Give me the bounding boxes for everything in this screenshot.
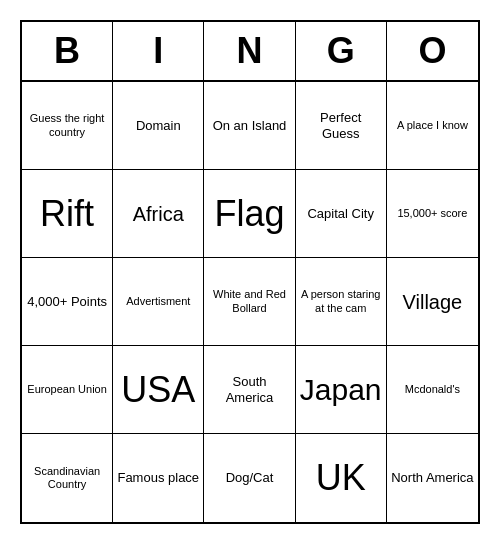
bingo-cell-14: Village	[387, 258, 478, 346]
bingo-cell-17: South America	[204, 346, 295, 434]
header-letter: I	[113, 22, 204, 80]
bingo-cell-16: USA	[113, 346, 204, 434]
bingo-cell-10: 4,000+ Points	[22, 258, 113, 346]
bingo-cell-21: Famous place	[113, 434, 204, 522]
bingo-header: BINGO	[22, 22, 478, 82]
header-letter: G	[296, 22, 387, 80]
bingo-cell-7: Flag	[204, 170, 295, 258]
bingo-grid: Guess the right countryDomainOn an Islan…	[22, 82, 478, 522]
bingo-cell-3: Perfect Guess	[296, 82, 387, 170]
bingo-cell-15: European Union	[22, 346, 113, 434]
bingo-cell-5: Rift	[22, 170, 113, 258]
bingo-card: BINGO Guess the right countryDomainOn an…	[20, 20, 480, 524]
bingo-cell-4: A place I know	[387, 82, 478, 170]
bingo-cell-24: North America	[387, 434, 478, 522]
header-letter: N	[204, 22, 295, 80]
bingo-cell-13: A person staring at the cam	[296, 258, 387, 346]
bingo-cell-18: Japan	[296, 346, 387, 434]
bingo-cell-2: On an Island	[204, 82, 295, 170]
bingo-cell-0: Guess the right country	[22, 82, 113, 170]
bingo-cell-9: 15,000+ score	[387, 170, 478, 258]
bingo-cell-8: Capital City	[296, 170, 387, 258]
bingo-cell-1: Domain	[113, 82, 204, 170]
header-letter: O	[387, 22, 478, 80]
bingo-cell-12: White and Red Bollard	[204, 258, 295, 346]
bingo-cell-6: Africa	[113, 170, 204, 258]
bingo-cell-20: Scandinavian Country	[22, 434, 113, 522]
header-letter: B	[22, 22, 113, 80]
bingo-cell-11: Advertisment	[113, 258, 204, 346]
bingo-cell-23: UK	[296, 434, 387, 522]
bingo-cell-19: Mcdonald's	[387, 346, 478, 434]
bingo-cell-22: Dog/Cat	[204, 434, 295, 522]
